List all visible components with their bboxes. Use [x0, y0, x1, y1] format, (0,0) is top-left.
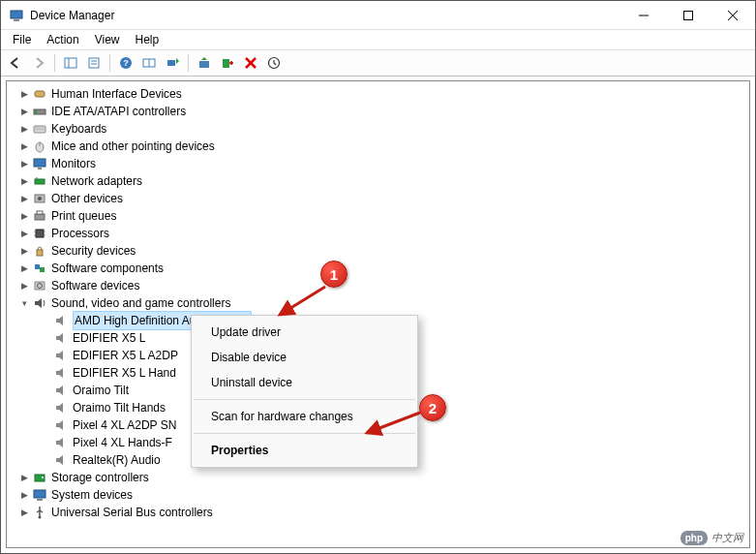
expand-icon[interactable]: ▶ — [18, 88, 30, 100]
category-swcomp[interactable]: ▶ Software components — [18, 260, 749, 277]
expand-icon[interactable]: ▶ — [18, 245, 30, 257]
expand-icon[interactable]: ▶ — [18, 140, 30, 152]
expand-icon[interactable]: ▶ — [18, 123, 30, 135]
close-button[interactable] — [711, 1, 755, 30]
collapse-icon[interactable]: ▾ — [18, 297, 30, 309]
category-keyboards[interactable]: ▶ Keyboards — [18, 120, 749, 138]
expand-icon[interactable]: ▶ — [18, 193, 30, 204]
category-storage[interactable]: ▶ Storage controllers — [18, 469, 749, 486]
title-bar: Device Manager — [1, 1, 755, 30]
device-label: Pixel 4 XL Hands-F — [73, 434, 172, 451]
svg-rect-6 — [65, 58, 76, 68]
add-legacy-button[interactable] — [263, 52, 285, 74]
svg-rect-33 — [35, 214, 45, 220]
category-hid[interactable]: ▶ Human Interface Devices — [18, 85, 749, 103]
category-label: Monitors — [51, 155, 96, 172]
speaker-icon — [53, 383, 69, 398]
expand-icon[interactable]: ▶ — [18, 262, 30, 274]
mouse-icon — [32, 138, 47, 154]
menu-view[interactable]: View — [87, 31, 128, 48]
swcomp-icon — [32, 261, 47, 276]
svg-rect-3 — [684, 11, 693, 19]
context-menu-scan-hardware[interactable]: Scan for hardware changes — [192, 404, 417, 429]
category-print[interactable]: ▶ Print queues — [18, 207, 749, 225]
category-other[interactable]: ▶ Other devices — [18, 190, 749, 207]
svg-rect-21 — [35, 110, 37, 113]
category-processors[interactable]: ▶ Processors — [18, 225, 749, 242]
window-controls — [621, 1, 755, 30]
toolbar: ? — [1, 49, 755, 77]
device-label: EDIFIER X5 L A2DP — [73, 347, 178, 364]
svg-rect-16 — [199, 61, 209, 68]
category-label: Processors — [51, 225, 109, 242]
security-icon — [32, 243, 47, 259]
other-icon — [32, 191, 47, 206]
context-menu-uninstall-device[interactable]: Uninstall device — [192, 370, 417, 395]
scan-hardware-button[interactable] — [162, 52, 183, 74]
expand-icon[interactable]: ▶ — [18, 158, 30, 169]
category-security[interactable]: ▶ Security devices — [18, 242, 749, 260]
expand-icon[interactable]: ▶ — [18, 472, 30, 483]
svg-rect-27 — [34, 159, 45, 167]
menu-action[interactable]: Action — [39, 31, 86, 48]
expand-icon[interactable]: ▶ — [18, 489, 30, 501]
disable-device-button[interactable] — [217, 52, 238, 74]
keyboard-icon — [32, 121, 47, 137]
context-menu-properties[interactable]: Properties — [192, 438, 417, 463]
expand-icon[interactable]: ▶ — [18, 175, 30, 187]
category-sound[interactable]: ▾ Sound, video and game controllers — [18, 294, 749, 312]
expand-icon[interactable]: ▶ — [18, 228, 30, 239]
svg-rect-47 — [34, 490, 45, 498]
back-button[interactable] — [5, 52, 26, 74]
toolbar-separator — [54, 54, 55, 72]
speaker-icon — [53, 417, 69, 433]
toolbar-separator — [109, 54, 110, 72]
svg-point-32 — [38, 197, 42, 200]
context-menu: Update driver Disable device Uninstall d… — [191, 315, 418, 468]
category-label: IDE ATA/ATAPI controllers — [51, 103, 186, 120]
svg-rect-42 — [40, 267, 45, 272]
show-hide-console-button[interactable] — [60, 52, 81, 74]
watermark-badge: php — [680, 531, 708, 545]
svg-rect-48 — [37, 499, 43, 501]
svg-rect-17 — [223, 59, 229, 68]
menu-bar: File Action View Help — [1, 30, 755, 49]
category-label: Software devices — [51, 277, 139, 294]
svg-rect-35 — [36, 230, 44, 237]
menu-help[interactable]: Help — [128, 31, 167, 48]
toolbar-separator — [188, 54, 189, 72]
category-monitors[interactable]: ▶ Monitors — [18, 155, 749, 172]
maximize-button[interactable] — [666, 1, 711, 30]
context-menu-update-driver[interactable]: Update driver — [192, 320, 417, 345]
category-swdev[interactable]: ▶ Software devices — [18, 277, 749, 294]
menu-file[interactable]: File — [5, 31, 39, 48]
svg-point-49 — [39, 516, 42, 519]
category-network[interactable]: ▶ Network adapters — [18, 172, 749, 190]
expand-icon[interactable]: ▶ — [18, 507, 30, 518]
expand-icon[interactable]: ▶ — [18, 106, 30, 117]
svg-rect-15 — [167, 60, 175, 66]
help-button[interactable]: ? — [115, 52, 136, 74]
category-label: Mice and other pointing devices — [51, 138, 215, 155]
usb-icon — [32, 505, 47, 520]
device-label: Oraimo Tilt — [73, 382, 129, 399]
svg-rect-29 — [35, 179, 45, 184]
context-menu-separator — [194, 433, 415, 434]
context-menu-disable-device[interactable]: Disable device — [192, 345, 417, 370]
expand-icon[interactable]: ▶ — [18, 210, 30, 222]
category-mice[interactable]: ▶ Mice and other pointing devices — [18, 138, 749, 155]
printer-icon — [32, 208, 47, 224]
category-ide[interactable]: ▶ IDE ATA/ATAPI controllers — [18, 103, 749, 120]
category-label: Software components — [51, 260, 164, 277]
processor-icon — [32, 226, 47, 241]
update-driver-button[interactable] — [194, 52, 215, 74]
action-center-button[interactable] — [138, 52, 160, 74]
svg-rect-8 — [89, 58, 99, 68]
minimize-button[interactable] — [621, 1, 666, 30]
category-usb[interactable]: ▶ Universal Serial Bus controllers — [18, 504, 749, 521]
forward-button[interactable] — [28, 52, 49, 74]
properties-icon-button[interactable] — [83, 52, 105, 74]
category-system[interactable]: ▶ System devices — [18, 486, 749, 504]
expand-icon[interactable]: ▶ — [18, 280, 30, 292]
uninstall-device-button[interactable] — [240, 52, 261, 74]
